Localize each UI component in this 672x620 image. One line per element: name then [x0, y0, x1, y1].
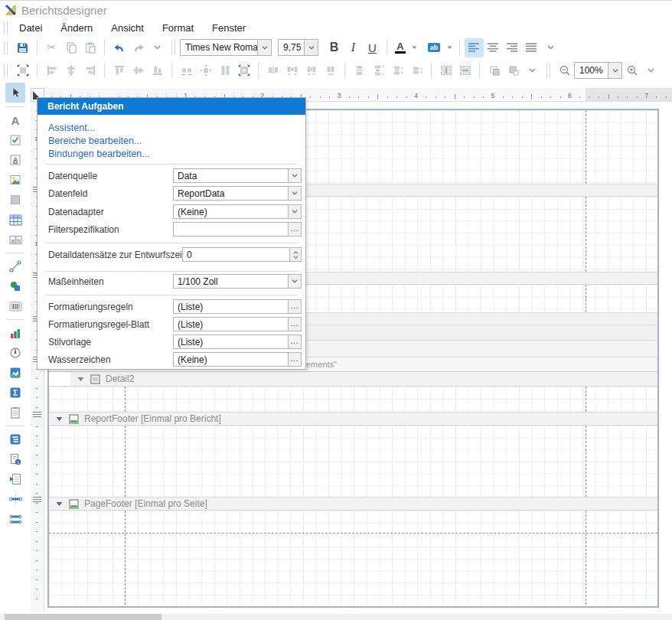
ellipsis-button[interactable]: … [288, 223, 301, 236]
align-vertical-centers-button[interactable] [129, 61, 148, 80]
menu-datei[interactable]: Datei [13, 20, 48, 36]
tool-cross-band-box[interactable] [5, 510, 25, 528]
bold-button[interactable]: B [325, 38, 344, 57]
tool-subreport[interactable] [5, 470, 25, 488]
font-name-dropdown[interactable] [257, 40, 271, 55]
tool-label[interactable]: A [5, 111, 25, 129]
dropdown-button[interactable] [288, 169, 301, 182]
masseinheiten-combo[interactable]: 1/100 Zoll [173, 274, 302, 289]
v-spacing-remove-button[interactable] [407, 61, 426, 80]
tool-barcode[interactable] [5, 297, 25, 315]
tool-character-comb[interactable]: a b [5, 230, 25, 249]
align-right-button[interactable] [503, 38, 522, 57]
order-dropdown[interactable] [523, 61, 542, 80]
tool-chart[interactable] [5, 324, 25, 342]
ellipsis-button[interactable]: … [288, 335, 301, 348]
menu-fenster[interactable]: Fenster [206, 20, 252, 36]
make-same-width-button[interactable] [177, 61, 196, 80]
dropdown-button[interactable] [288, 275, 301, 288]
collapse-triangle-icon[interactable] [56, 416, 63, 422]
tool-pivot-grid[interactable]: Σ [5, 383, 25, 402]
zoom-options-dropdown[interactable] [641, 61, 661, 80]
tool-checkbox[interactable] [5, 131, 25, 149]
popup-header[interactable]: Bericht Aufgaben [38, 98, 305, 115]
ellipsis-button[interactable]: … [288, 318, 301, 331]
align-right-edges-button[interactable] [80, 61, 99, 80]
v-spacing-equal-button[interactable] [350, 61, 369, 80]
font-color-button[interactable]: A [392, 38, 409, 57]
copy-button[interactable] [61, 38, 80, 57]
formatierungsregeln-editor[interactable]: (Liste) … [173, 299, 302, 314]
formatierungsregel-blatt-editor[interactable]: (Liste) … [173, 317, 302, 331]
menubar-grip[interactable] [4, 21, 8, 34]
undo-redo-dropdown[interactable] [148, 38, 167, 57]
spinner-buttons[interactable] [289, 248, 301, 261]
tool-picture-box[interactable] [5, 171, 25, 189]
bring-to-front-button[interactable] [484, 61, 504, 80]
wasserzeichen-editor[interactable]: (Keine) … [173, 352, 302, 367]
datenfeld-combo[interactable]: ReportData [173, 186, 302, 201]
text-highlight-dropdown[interactable] [444, 38, 455, 57]
zoom-dropdown[interactable] [608, 63, 621, 78]
underline-button[interactable]: U [363, 38, 382, 57]
h-spacing-decrease-button[interactable] [302, 61, 321, 80]
font-color-dropdown[interactable] [409, 38, 419, 57]
detaildatensaetze-spinner[interactable]: 0 [182, 247, 302, 262]
horizontal-scrollbar[interactable] [0, 614, 672, 620]
h-spacing-remove-button[interactable] [321, 61, 340, 80]
tool-cross-band-line[interactable] [5, 490, 25, 508]
tool-page-info[interactable]: i [5, 450, 25, 468]
font-size-dropdown[interactable] [304, 40, 318, 55]
link-assistent[interactable]: Assistent... [48, 122, 95, 133]
toolbar2-grip[interactable] [4, 64, 8, 77]
scrollbar-thumb[interactable] [5, 614, 161, 620]
tool-table[interactable] [5, 210, 25, 229]
tool-shape[interactable] [5, 277, 25, 295]
align-bottom-edges-button[interactable] [148, 61, 167, 80]
align-left-edges-button[interactable] [42, 61, 61, 80]
center-horizontally-in-band-button[interactable] [436, 61, 455, 80]
alignment-dropdown[interactable] [541, 38, 560, 57]
ellipsis-button[interactable]: … [288, 353, 301, 366]
report-footer-band-area[interactable] [49, 426, 657, 497]
italic-button[interactable]: I [344, 38, 363, 57]
v-spacing-decrease-button[interactable] [388, 61, 407, 80]
zoom-combo[interactable]: 100% [574, 62, 622, 79]
band-header-report-footer[interactable]: ReportFooter [Einmal pro Bericht] [49, 412, 657, 426]
component-size-button[interactable] [13, 61, 32, 80]
menu-aendern[interactable]: Ändern [54, 20, 99, 36]
collapse-triangle-icon[interactable] [56, 501, 63, 507]
detail2-band-area[interactable] [49, 387, 657, 412]
paste-button[interactable] [80, 38, 99, 57]
make-same-size-button[interactable] [234, 61, 253, 80]
tool-sparkline[interactable] [5, 364, 25, 382]
zoom-out-button[interactable] [555, 61, 574, 80]
font-name-combo[interactable]: Times New Roman [180, 39, 272, 56]
toolbar1-grip[interactable] [4, 41, 8, 54]
dropdown-button[interactable] [288, 205, 301, 218]
band-header-page-footer[interactable]: PageFooter [Einmal pro Seite] [49, 497, 657, 511]
v-spacing-increase-button[interactable] [369, 61, 388, 80]
link-bindungen-bearbeiten[interactable]: Bindungen bearbeiten... [48, 148, 150, 159]
menu-ansicht[interactable]: Ansicht [105, 20, 150, 36]
ellipsis-button[interactable]: … [288, 300, 301, 313]
dropdown-button[interactable] [288, 187, 301, 200]
tool-rich-text[interactable]: A [5, 151, 25, 169]
page-footer-band-area[interactable] [49, 511, 657, 605]
h-spacing-equal-button[interactable] [263, 61, 282, 80]
align-top-edges-button[interactable] [109, 61, 129, 80]
menu-format[interactable]: Format [156, 20, 200, 36]
h-spacing-increase-button[interactable] [282, 61, 302, 80]
tool-table-of-contents[interactable] [5, 430, 25, 449]
align-left-button[interactable] [465, 38, 484, 57]
redo-button[interactable] [129, 38, 148, 57]
tool-line[interactable] [5, 257, 25, 276]
font-size-combo[interactable]: 9,75 [278, 39, 318, 56]
align-horizontal-centers-button[interactable] [61, 61, 80, 80]
datenadapter-combo[interactable]: (Keine) [173, 204, 302, 219]
text-highlight-button[interactable]: ab [424, 38, 444, 57]
stilvorlage-editor[interactable]: (Liste) … [173, 334, 302, 349]
tool-gauge[interactable] [5, 344, 25, 362]
center-vertically-in-band-button[interactable] [455, 61, 475, 80]
make-same-height-button[interactable] [215, 61, 234, 80]
